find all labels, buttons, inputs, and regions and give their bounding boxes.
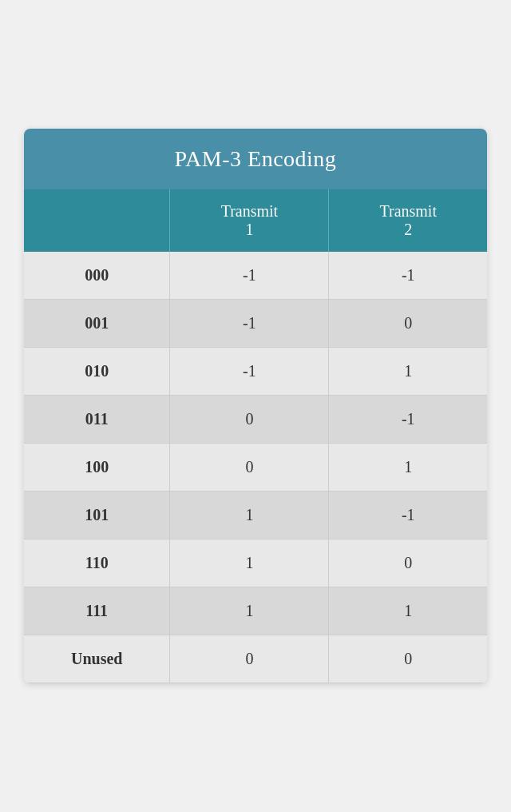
table-row: 001-10: [24, 300, 487, 348]
cell-transmit1: -1: [170, 300, 329, 348]
cell-code: 001: [24, 300, 170, 348]
pam3-table-container: PAM-3 Encoding Transmit1 Transmit2 000-1…: [24, 129, 487, 683]
cell-code: 011: [24, 396, 170, 444]
table-row: 1011-1: [24, 492, 487, 539]
encoding-table: Transmit1 Transmit2 000-1-1001-10010-110…: [24, 189, 487, 683]
cell-transmit1: 0: [170, 635, 329, 683]
cell-transmit2: -1: [329, 252, 487, 300]
cell-code: 101: [24, 492, 170, 539]
cell-transmit2: 0: [329, 300, 487, 348]
table-title: PAM-3 Encoding: [24, 129, 487, 189]
col-header-transmit1: Transmit1: [170, 189, 329, 252]
cell-transmit1: 0: [170, 396, 329, 444]
table-row: 010-11: [24, 348, 487, 396]
table-row: Unused00: [24, 635, 487, 683]
cell-transmit2: 0: [329, 635, 487, 683]
cell-transmit2: -1: [329, 396, 487, 444]
table-row: 11010: [24, 539, 487, 587]
col-header-transmit2: Transmit2: [329, 189, 487, 252]
cell-transmit2: -1: [329, 492, 487, 539]
cell-transmit2: 1: [329, 348, 487, 396]
table-header-row: Transmit1 Transmit2: [24, 189, 487, 252]
cell-transmit1: 0: [170, 444, 329, 492]
cell-transmit1: 1: [170, 587, 329, 635]
cell-transmit1: -1: [170, 252, 329, 300]
table-row: 11111: [24, 587, 487, 635]
cell-code: 000: [24, 252, 170, 300]
table-row: 0110-1: [24, 396, 487, 444]
cell-transmit1: -1: [170, 348, 329, 396]
cell-transmit2: 0: [329, 539, 487, 587]
table-row: 10001: [24, 444, 487, 492]
table-row: 000-1-1: [24, 252, 487, 300]
cell-code: 111: [24, 587, 170, 635]
cell-code: 100: [24, 444, 170, 492]
cell-code: 010: [24, 348, 170, 396]
cell-transmit2: 1: [329, 444, 487, 492]
cell-code: Unused: [24, 635, 170, 683]
cell-code: 110: [24, 539, 170, 587]
col-header-anandtech: [24, 189, 170, 252]
cell-transmit1: 1: [170, 539, 329, 587]
cell-transmit2: 1: [329, 587, 487, 635]
cell-transmit1: 1: [170, 492, 329, 539]
